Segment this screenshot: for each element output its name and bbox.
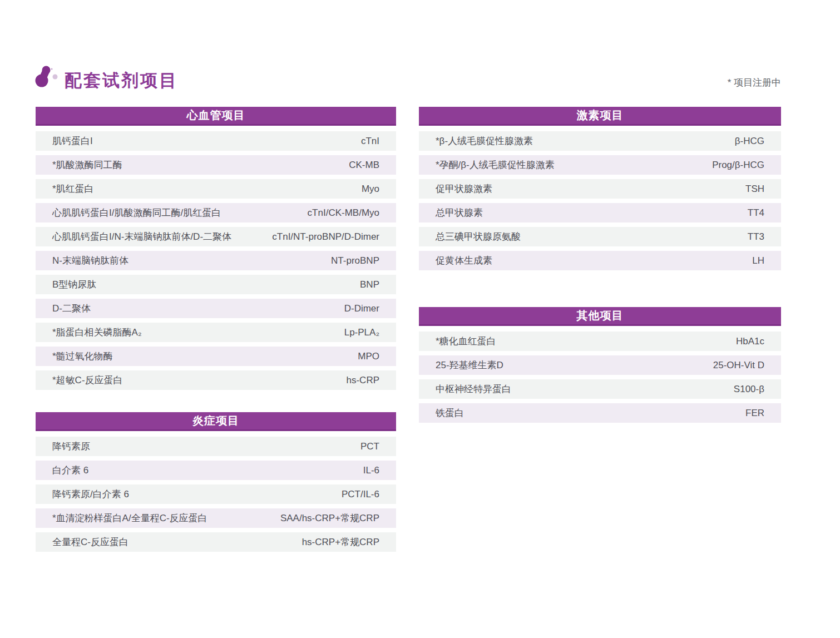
table-hormone: 激素项目 *β-人绒毛膜促性腺激素 β-HCG *孕酮/β-人绒毛膜促性腺激素 … xyxy=(419,107,781,275)
item-name: 心肌肌钙蛋白I/N-末端脑钠肽前体/D-二聚体 xyxy=(52,230,231,243)
item-name: N-末端脑钠肽前体 xyxy=(52,254,129,267)
table-row: B型钠尿肽 BNP xyxy=(36,275,396,294)
item-abbr: TSH xyxy=(745,184,764,195)
table-row: *肌酸激酶同工酶 CK-MB xyxy=(36,155,396,175)
item-abbr: TT4 xyxy=(748,207,764,219)
table-row: *脂蛋白相关磷脂酶A₂ Lp-PLA₂ xyxy=(36,323,396,342)
item-abbr: PCT xyxy=(360,441,379,452)
item-name: *β-人绒毛膜促性腺激素 xyxy=(436,135,533,147)
item-abbr: SAA/hs-CRP+常规CRP xyxy=(280,512,379,525)
table-other: 其他项目 *糖化血红蛋白 HbA1c 25-羟基维生素D 25-OH-Vit D… xyxy=(419,307,781,427)
item-name: *髓过氧化物酶 xyxy=(52,350,113,363)
table-row: 肌钙蛋白I cTnI xyxy=(36,131,396,151)
item-name: *肌酸激酶同工酶 xyxy=(52,159,122,171)
table-row: *孕酮/β-人绒毛膜促性腺激素 Prog/β-HCG xyxy=(419,155,781,175)
item-abbr: IL-6 xyxy=(363,465,379,476)
table-row: 总甲状腺素 TT4 xyxy=(419,203,781,222)
item-abbr: NT-proBNP xyxy=(331,255,379,266)
table-row: 白介素 6 IL-6 xyxy=(36,461,396,480)
page-title: 配套试剂项目 xyxy=(65,69,178,92)
table-rows: 肌钙蛋白I cTnI *肌酸激酶同工酶 CK-MB *肌红蛋白 Myo 心肌肌钙… xyxy=(36,131,396,390)
item-name: *超敏C-反应蛋白 xyxy=(52,374,123,387)
table-cardiovascular: 心血管项目 肌钙蛋白I cTnI *肌酸激酶同工酶 CK-MB *肌红蛋白 My… xyxy=(36,107,396,394)
item-name: 心肌肌钙蛋白I/肌酸激酶同工酶/肌红蛋白 xyxy=(52,206,221,219)
item-abbr: BNP xyxy=(360,279,379,290)
item-name: 促甲状腺激素 xyxy=(436,182,492,195)
item-name: *肌红蛋白 xyxy=(52,182,94,195)
table-header-inflammation: 炎症项目 xyxy=(36,412,396,431)
item-abbr: Lp-PLA₂ xyxy=(344,327,379,338)
table-row: *超敏C-反应蛋白 hs-CRP xyxy=(36,370,396,390)
table-row: N-末端脑钠肽前体 NT-proBNP xyxy=(36,251,396,270)
item-name: 铁蛋白 xyxy=(436,407,464,419)
item-name: 肌钙蛋白I xyxy=(52,135,93,147)
item-abbr: CK-MB xyxy=(349,160,379,171)
item-abbr: Myo xyxy=(362,184,379,195)
item-name: *糖化血红蛋白 xyxy=(436,335,496,348)
item-abbr: FER xyxy=(745,408,764,419)
table-row: 促黄体生成素 LH xyxy=(419,251,781,270)
item-name: 25-羟基维生素D xyxy=(436,359,503,372)
item-abbr: β-HCG xyxy=(735,136,764,147)
item-abbr: LH xyxy=(752,255,764,266)
table-row: 心肌肌钙蛋白I/肌酸激酶同工酶/肌红蛋白 cTnI/CK-MB/Myo xyxy=(36,203,396,222)
table-row: 总三碘甲状腺原氨酸 TT3 xyxy=(419,227,781,246)
item-name: 白介素 6 xyxy=(52,464,88,477)
item-abbr: TT3 xyxy=(748,231,764,243)
brochure-page: 配套试剂项目 * 项目注册中 心血管项目 肌钙蛋白I cTnI *肌酸激酶同工酶… xyxy=(0,0,840,638)
item-name: 总甲状腺素 xyxy=(436,206,483,219)
table-row: 全量程C-反应蛋白 hs-CRP+常规CRP xyxy=(36,532,396,552)
table-rows: *糖化血红蛋白 HbA1c 25-羟基维生素D 25-OH-Vit D 中枢神经… xyxy=(419,332,781,423)
item-name: 促黄体生成素 xyxy=(436,254,492,267)
table-row: *血清淀粉样蛋白A/全量程C-反应蛋白 SAA/hs-CRP+常规CRP xyxy=(36,508,396,528)
item-abbr: MPO xyxy=(358,351,379,362)
table-row: 铁蛋白 FER xyxy=(419,403,781,423)
item-name: D-二聚体 xyxy=(52,302,91,315)
item-name: *脂蛋白相关磷脂酶A₂ xyxy=(52,326,142,339)
item-abbr: 25-OH-Vit D xyxy=(713,360,764,371)
table-row: 降钙素原 PCT xyxy=(36,437,396,456)
item-name: 中枢神经特异蛋白 xyxy=(436,383,511,395)
gourd-drop-logo-icon xyxy=(33,62,62,91)
item-abbr: PCT/IL-6 xyxy=(342,489,379,500)
table-header-hormone: 激素项目 xyxy=(419,107,781,126)
table-rows: 降钙素原 PCT 白介素 6 IL-6 降钙素原/白介素 6 PCT/IL-6 … xyxy=(36,437,396,552)
item-abbr: cTnI xyxy=(361,136,379,147)
table-row: 促甲状腺激素 TSH xyxy=(419,179,781,199)
table-row: D-二聚体 D-Dimer xyxy=(36,299,396,318)
table-row: *髓过氧化物酶 MPO xyxy=(36,347,396,366)
item-abbr: Prog/β-HCG xyxy=(712,160,764,171)
registration-note: * 项目注册中 xyxy=(419,76,781,89)
table-inflammation: 炎症项目 降钙素原 PCT 白介素 6 IL-6 降钙素原/白介素 6 PCT/… xyxy=(36,412,396,556)
table-row: *糖化血红蛋白 HbA1c xyxy=(419,332,781,351)
table-header-other: 其他项目 xyxy=(419,307,781,326)
item-name: *孕酮/β-人绒毛膜促性腺激素 xyxy=(436,159,555,171)
item-name: *血清淀粉样蛋白A/全量程C-反应蛋白 xyxy=(52,512,207,525)
item-name: 总三碘甲状腺原氨酸 xyxy=(436,230,521,243)
item-name: 全量程C-反应蛋白 xyxy=(52,536,129,548)
item-abbr: D-Dimer xyxy=(344,303,379,314)
item-abbr: cTnI/NT-proBNP/D-Dimer xyxy=(272,231,379,243)
table-row: *β-人绒毛膜促性腺激素 β-HCG xyxy=(419,131,781,151)
item-abbr: hs-CRP xyxy=(346,375,379,386)
table-row: 25-羟基维生素D 25-OH-Vit D xyxy=(419,355,781,375)
table-row: 降钙素原/白介素 6 PCT/IL-6 xyxy=(36,484,396,504)
table-row: 心肌肌钙蛋白I/N-末端脑钠肽前体/D-二聚体 cTnI/NT-proBNP/D… xyxy=(36,227,396,246)
table-row: *肌红蛋白 Myo xyxy=(36,179,396,199)
table-row: 中枢神经特异蛋白 S100-β xyxy=(419,379,781,399)
item-abbr: S100-β xyxy=(734,384,764,395)
item-name: 降钙素原 xyxy=(52,440,90,453)
item-name: B型钠尿肽 xyxy=(52,278,96,291)
item-name: 降钙素原/白介素 6 xyxy=(52,488,129,501)
table-rows: *β-人绒毛膜促性腺激素 β-HCG *孕酮/β-人绒毛膜促性腺激素 Prog/… xyxy=(419,131,781,270)
item-abbr: cTnI/CK-MB/Myo xyxy=(308,207,379,219)
table-header-cardiovascular: 心血管项目 xyxy=(36,107,396,126)
item-abbr: hs-CRP+常规CRP xyxy=(302,536,379,548)
item-abbr: HbA1c xyxy=(736,336,764,347)
